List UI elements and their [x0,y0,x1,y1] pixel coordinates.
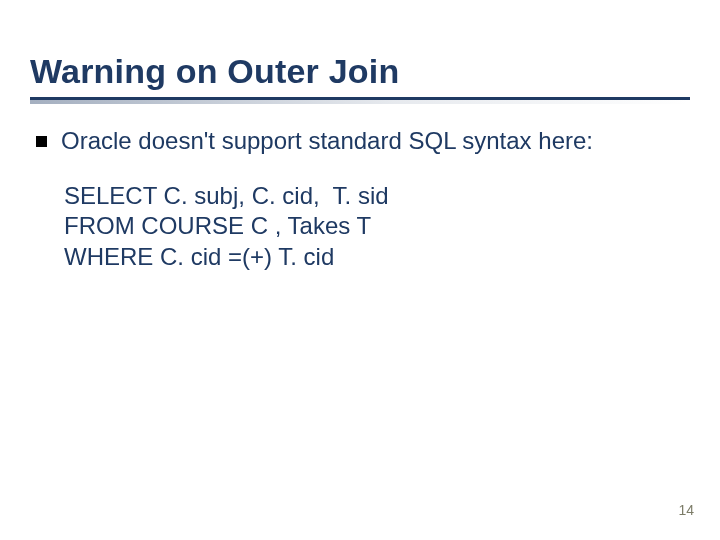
slide-body: Oracle doesn't support standard SQL synt… [0,104,720,273]
code-line-3: WHERE C. cid =(+) T. cid [64,242,670,273]
slide-title: Warning on Outer Join [30,52,690,91]
code-line-2: FROM COURSE C , Takes T [64,211,670,242]
slide: Warning on Outer Join Oracle doesn't sup… [0,0,720,540]
page-number: 14 [678,502,694,518]
code-line-1: SELECT C. subj, C. cid, T. sid [64,181,670,212]
square-bullet-icon [36,136,47,147]
bullet-text: Oracle doesn't support standard SQL synt… [61,126,670,157]
sql-code-block: SELECT C. subj, C. cid, T. sid FROM COUR… [64,181,670,273]
title-area: Warning on Outer Join [0,0,720,104]
bullet-item: Oracle doesn't support standard SQL synt… [36,126,670,157]
